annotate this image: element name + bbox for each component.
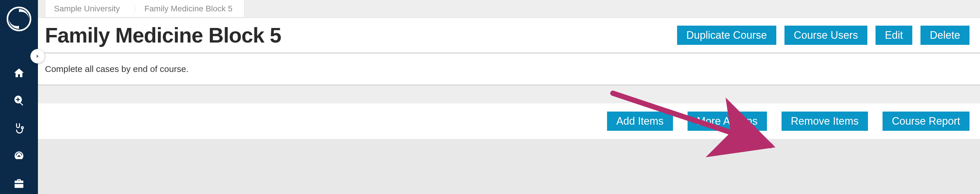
items-action-bar: Add Items More Actions Remove Items Cour… — [38, 103, 980, 139]
nav-search-plus[interactable] — [13, 95, 25, 106]
page-header: Family Medicine Block 5 Duplicate Course… — [38, 18, 980, 54]
nav-home[interactable] — [13, 67, 25, 79]
edit-button[interactable]: Edit — [875, 26, 912, 45]
nav-stethoscope[interactable] — [13, 122, 25, 134]
remove-items-button[interactable]: Remove Items — [781, 112, 868, 131]
sidebar — [0, 0, 38, 194]
breadcrumb-label: Sample University — [54, 4, 120, 13]
breadcrumb-bar: Sample University Family Medicine Block … — [38, 0, 980, 18]
app-logo — [6, 6, 32, 32]
course-report-button[interactable]: Course Report — [883, 112, 969, 131]
more-actions-button[interactable]: More Actions — [687, 112, 767, 131]
course-users-button[interactable]: Course Users — [784, 26, 867, 45]
delete-button[interactable]: Delete — [921, 26, 969, 45]
breadcrumb-label: Family Medicine Block 5 — [145, 4, 232, 13]
course-description: Complete all cases by end of course. — [38, 54, 980, 86]
add-items-button[interactable]: Add Items — [607, 112, 673, 131]
breadcrumb-item-root[interactable]: Sample University — [45, 0, 132, 17]
page-title: Family Medicine Block 5 — [45, 23, 281, 47]
duplicate-course-button[interactable]: Duplicate Course — [677, 26, 776, 45]
header-buttons: Duplicate Course Course Users Edit Delet… — [677, 26, 969, 45]
nav-dashboard[interactable] — [13, 150, 25, 162]
main-content: Sample University Family Medicine Block … — [38, 0, 980, 194]
nav-briefcase[interactable] — [13, 178, 25, 189]
section-spacer — [38, 86, 980, 103]
breadcrumb: Sample University Family Medicine Block … — [45, 0, 245, 17]
breadcrumb-item-current[interactable]: Family Medicine Block 5 — [132, 0, 244, 17]
sidebar-expand-toggle[interactable] — [30, 49, 45, 63]
